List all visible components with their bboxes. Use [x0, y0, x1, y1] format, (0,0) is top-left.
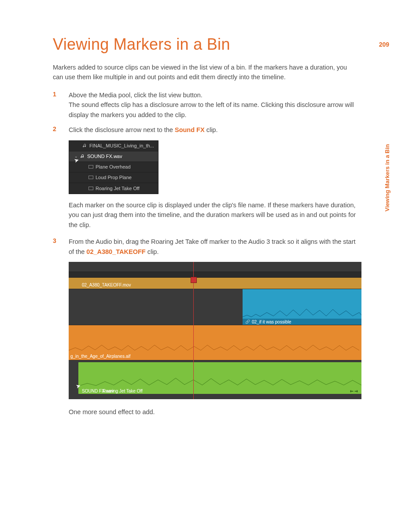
intro-paragraph: Markers added to source clips can be vie… — [53, 62, 357, 82]
clip-label-bar: 🔗 02_if it was possible — [243, 319, 361, 325]
bin-row-label: Plane Overhead — [96, 164, 131, 169]
page-content: Viewing Markers in a Bin Markers added t… — [53, 35, 357, 424]
bin-row-selected[interactable]: ⌄ SOUND FX.wav ➤ — [69, 151, 158, 162]
bin-row-label: Loud Prop Plane — [96, 175, 132, 180]
timeline-ruler[interactable] — [69, 272, 361, 278]
step-body: Click the disclosure arrow next to the S… — [69, 125, 357, 135]
waveform — [69, 342, 361, 353]
page-heading: Viewing Markers in a Bin — [53, 35, 357, 54]
step-3: 3 From the Audio bin, drag the Roaring J… — [53, 237, 357, 257]
step-number: 3 — [53, 237, 69, 257]
step-number: 1 — [53, 90, 69, 120]
timeline-header-gap — [69, 262, 361, 272]
timeline-figure: 02_A380_TAKEOFF.mov 🔗 02_if it was possi… — [69, 262, 361, 399]
blue-clip[interactable]: 🔗 02_if it was possible — [243, 289, 361, 325]
drag-handle-icon[interactable] — [350, 389, 358, 393]
timeline-audio-track-2[interactable]: SOUND FX.wav Roaring Jet Take Off ➤ — [69, 360, 361, 396]
timeline-bottom-gap — [69, 396, 361, 399]
clip-label-bar: SOUND FX.wav Roaring Jet Take Off — [78, 388, 361, 394]
step-1-line2: The sound effects clip has a disclosure … — [69, 101, 354, 118]
side-running-title: Viewing Markers in a Bin — [384, 144, 391, 212]
step-2-prefix: Click the disclosure arrow next to the — [69, 126, 175, 133]
step-number: 2 — [53, 125, 69, 135]
timeline-video-track-1[interactable]: 02_A380_TAKEOFF.mov — [69, 278, 361, 289]
bin-row-label: FINAL_MUSIC_Living_in_th... — [89, 143, 154, 148]
bin-marker-row[interactable]: Loud Prop Plane — [69, 173, 158, 183]
waveform — [243, 306, 361, 319]
step-1: 1 Above the Media pool, click the list v… — [53, 90, 357, 120]
clip-label: 02_if it was possible — [252, 320, 291, 324]
bin-row-label: SOUND FX.wav — [87, 154, 122, 159]
link-icon: 🔗 — [245, 320, 250, 324]
step-2-suffix: clip. — [205, 126, 218, 133]
step-3-bold: 02_A380_TAKEOFF — [86, 248, 145, 255]
step-1-line1: Above the Media pool, click the list vie… — [69, 92, 203, 99]
bin-marker-row[interactable]: Plane Overhead — [69, 162, 158, 173]
page-number: 209 — [379, 41, 389, 48]
after-timeline-paragraph: One more sound effect to add. — [69, 407, 357, 417]
waveform — [78, 374, 361, 388]
timeline-video-track-2[interactable]: 🔗 02_if it was possible — [69, 289, 361, 325]
timeline-audio-track-1[interactable]: g_in_the_Age_of_Airplanes.aif — [69, 325, 361, 360]
marker-icon — [88, 176, 93, 179]
step-body: From the Audio bin, drag the Roaring Jet… — [69, 237, 357, 257]
bin-row-label: Roaring Jet Take Off — [96, 186, 140, 191]
step-body: Above the Media pool, click the list vie… — [69, 90, 357, 120]
step-3-suffix: clip. — [146, 248, 159, 255]
marker-icon — [88, 187, 93, 190]
music-note-icon — [81, 154, 85, 158]
step-2: 2 Click the disclosure arrow next to the… — [53, 125, 357, 135]
clip-label: 02_A380_TAKEOFF.mov — [82, 283, 131, 287]
after-bin-paragraph: Each marker on the source clip is displa… — [69, 200, 357, 230]
bin-row[interactable]: FINAL_MUSIC_Living_in_th... — [69, 141, 158, 151]
music-note-icon — [83, 143, 87, 148]
bin-marker-row[interactable]: Roaring Jet Take Off — [69, 183, 158, 194]
bin-list-figure: FINAL_MUSIC_Living_in_th... ⌄ SOUND FX.w… — [69, 140, 158, 194]
clip-label-marker: Roaring Jet Take Off — [103, 389, 143, 393]
step-2-bold: Sound FX — [175, 126, 205, 133]
clip-label: g_in_the_Age_of_Airplanes.aif — [70, 354, 130, 359]
marker-icon — [88, 165, 93, 169]
playhead[interactable] — [193, 262, 194, 399]
green-clip[interactable]: SOUND FX.wav Roaring Jet Take Off — [78, 362, 361, 394]
